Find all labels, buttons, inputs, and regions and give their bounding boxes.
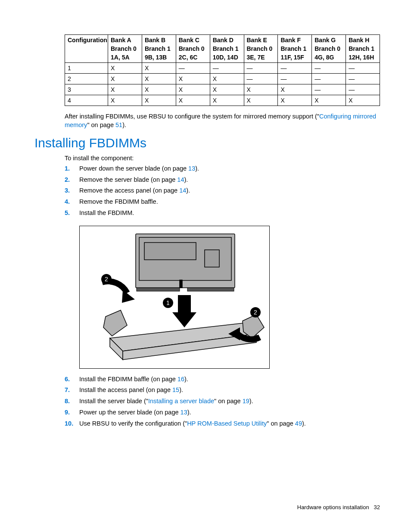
link-hp-rbsu[interactable]: HP ROM-Based Setup Utility: [187, 420, 267, 427]
th-sub: Branch 0: [247, 45, 275, 52]
cell: —: [244, 74, 278, 84]
th-sub: 2C, 6C: [179, 54, 207, 61]
step-num: 1.: [65, 164, 79, 174]
cell: X: [210, 95, 244, 106]
th-sub: Branch 0: [314, 45, 343, 52]
step-num: 3.: [65, 186, 79, 196]
th-sub: 4G, 8G: [314, 54, 343, 61]
list-item: 6.Install the FBDIMM baffle (on page 16)…: [65, 375, 380, 384]
step-text: ).: [187, 409, 191, 416]
th: Bank D: [213, 37, 234, 44]
document-page: Configuration Bank A Branch 0 1A, 5A Ban…: [0, 0, 411, 532]
cell: —: [312, 74, 346, 84]
steps-list-bottom: 6.Install the FBDIMM baffle (on page 16)…: [65, 375, 380, 429]
step-text: Install the FBDIMM.: [79, 208, 134, 218]
footer-page: 32: [374, 504, 380, 510]
fbdimm-install-diagram: 1 2: [79, 226, 270, 369]
steps-list-top: 1.Power down the server blade (on page 1…: [65, 164, 380, 218]
th: Bank C: [179, 37, 199, 44]
th-sub: 11F, 15F: [280, 54, 309, 61]
step-text: " on page: [267, 420, 295, 427]
cell: —: [210, 63, 244, 74]
th-sub: Branch 0: [179, 45, 207, 52]
cell: X: [312, 95, 346, 106]
cell: 3: [65, 84, 108, 95]
th: Configuration: [68, 37, 107, 44]
cell: X: [142, 63, 176, 74]
step-num: 6.: [65, 375, 79, 384]
th: Bank E: [247, 37, 267, 44]
cell: —: [346, 84, 380, 95]
cell: X: [346, 95, 380, 106]
page-footer: Hardware options installation 32: [297, 504, 380, 510]
cell: X: [108, 63, 142, 74]
step-num: 5.: [65, 208, 79, 218]
section-heading: Installing FBDIMMs: [34, 136, 380, 150]
cell: —: [244, 63, 278, 74]
svg-rect-4: [180, 280, 182, 288]
svg-rect-2: [144, 243, 196, 260]
svg-rect-5: [137, 288, 180, 291]
table-header: Configuration Bank A Branch 0 1A, 5A Ban…: [65, 35, 380, 63]
table-row: 4 X X X X X X X X: [65, 95, 380, 106]
step-text: Remove the server blade (on page: [79, 176, 177, 183]
cell: 4: [65, 95, 108, 106]
step-text: Power down the server blade (on page: [79, 165, 188, 172]
step-text: ).: [184, 376, 188, 383]
text: " on page: [87, 121, 115, 128]
th-sub: Branch 0: [111, 45, 139, 52]
link-installing-server-blade[interactable]: Installing a server blade: [148, 398, 214, 404]
svg-rect-7: [178, 295, 191, 312]
th-sub: 12H, 16H: [349, 54, 377, 61]
list-item: 3.Remove the access panel (on page 14).: [65, 186, 380, 196]
page-ref[interactable]: 14: [179, 187, 186, 194]
cell: X: [176, 74, 210, 84]
cell: 2: [65, 74, 108, 84]
page-ref[interactable]: 14: [177, 176, 184, 183]
th-sub: Branch 1: [349, 45, 377, 52]
step-text: ).: [184, 176, 188, 183]
page-ref[interactable]: 16: [177, 376, 184, 383]
post-table-paragraph: After installing FBDIMMs, use RBSU to co…: [65, 112, 380, 130]
cell: —: [346, 74, 380, 84]
step-text: Power up the server blade (on page: [79, 409, 181, 416]
step-num: 8.: [65, 397, 79, 406]
th-sub: 3E, 7E: [247, 54, 275, 61]
cell: X: [244, 84, 278, 95]
page-ref[interactable]: 13: [181, 409, 187, 416]
diagram-wrap: 1 2: [79, 226, 380, 369]
th: Bank B: [145, 37, 165, 44]
page-ref[interactable]: 15: [172, 386, 179, 393]
list-item: 8.Install the server blade ("Installing …: [65, 397, 380, 406]
text: ).: [122, 121, 126, 128]
page-ref[interactable]: 13: [188, 165, 195, 172]
step-text: ).: [302, 420, 306, 427]
step-text: ).: [186, 187, 190, 194]
intro-text: To install the component:: [65, 154, 380, 162]
cell: 1: [65, 63, 108, 74]
cell: X: [108, 74, 142, 84]
cell: X: [142, 95, 176, 106]
th: Bank F: [280, 37, 301, 44]
text: After installing FBDIMMs, use RBSU to co…: [65, 113, 319, 120]
step-text: Remove the FBDIMM baffle.: [79, 197, 158, 207]
page-ref[interactable]: 19: [243, 398, 249, 404]
page-ref[interactable]: 51: [115, 121, 122, 128]
th: Bank H: [349, 37, 369, 44]
step-text: Remove the access panel (on page: [79, 187, 179, 194]
cell: X: [278, 84, 312, 95]
callout-1: 1: [166, 299, 170, 306]
step-num: 4.: [65, 197, 79, 207]
th: Bank A: [111, 37, 131, 44]
callout-2a: 2: [105, 276, 108, 283]
svg-rect-6: [187, 288, 234, 291]
cell: X: [278, 95, 312, 106]
cell: —: [278, 63, 312, 74]
cell: —: [346, 63, 380, 74]
cell: X: [142, 74, 176, 84]
callout-2b: 2: [254, 309, 257, 316]
step-text: Install the server blade (": [79, 398, 148, 404]
list-item: 2.Remove the server blade (on page 14).: [65, 175, 380, 185]
page-ref[interactable]: 49: [295, 420, 302, 427]
table-row: 2 X X X X — — — —: [65, 74, 380, 84]
